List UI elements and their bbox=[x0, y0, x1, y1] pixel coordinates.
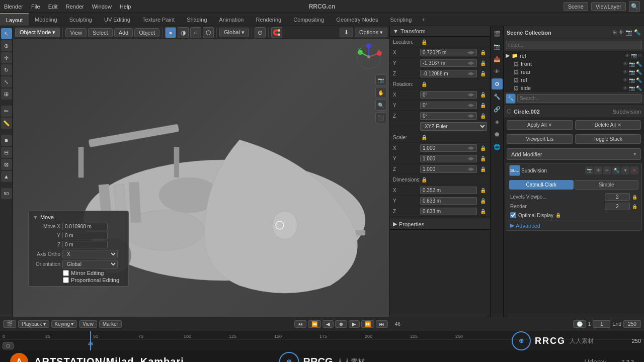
dim-y-lock[interactable]: 🔒 bbox=[479, 197, 487, 205]
jump-end-btn[interactable]: ⏭ bbox=[376, 320, 388, 328]
axis-ortho-select[interactable]: XYZ bbox=[62, 250, 118, 258]
side-camera-btn[interactable]: 📷 bbox=[629, 85, 635, 91]
dim-y-field[interactable]: 0.633 m bbox=[420, 197, 477, 205]
properties-section-header[interactable]: ▶ Properties bbox=[390, 219, 490, 230]
play-stop-btn[interactable]: ⏺ bbox=[335, 320, 347, 328]
tab-uv-editing[interactable]: UV Editing bbox=[98, 13, 136, 26]
mod-down-btn[interactable]: ▼ bbox=[621, 166, 629, 174]
render-val[interactable]: 2 bbox=[605, 203, 630, 210]
scene-icon-btn[interactable]: 🎬 bbox=[3, 320, 16, 328]
object-menu[interactable]: Object bbox=[134, 28, 159, 37]
scale-y-lock[interactable]: 🔒 bbox=[479, 154, 487, 162]
rotation-y-field[interactable]: 0° ◀▶ bbox=[420, 102, 477, 109]
view-menu[interactable]: View bbox=[65, 28, 87, 37]
tab-add[interactable]: + bbox=[418, 15, 429, 24]
select-menu[interactable]: Select bbox=[88, 28, 113, 37]
zoom-view-btn[interactable]: 🔍 bbox=[375, 100, 386, 111]
outliner-item-rear[interactable]: 🖼 rear 👁 📷 🔦 bbox=[504, 68, 644, 76]
scale-z-field[interactable]: 1.000 ◀▶ bbox=[420, 165, 477, 173]
mod-edit-btn[interactable]: ✏ bbox=[603, 166, 611, 174]
mirror-editing-checkbox[interactable] bbox=[63, 270, 69, 276]
menu-edit[interactable]: Edit bbox=[44, 3, 62, 11]
rear-camera-btn[interactable]: 📷 bbox=[629, 69, 635, 75]
move-panel-collapse[interactable]: ▼ bbox=[33, 214, 38, 220]
jump-start-btn[interactable]: ⏮ bbox=[294, 320, 306, 328]
side-eye-btn[interactable]: 👁 bbox=[623, 85, 628, 91]
rp-physics-icon[interactable]: 🔧 bbox=[492, 91, 503, 102]
rotation-z-lock[interactable]: 🔒 bbox=[479, 112, 487, 120]
tool-add-cube[interactable]: ■ bbox=[1, 135, 12, 146]
tool-measure[interactable]: 📏 bbox=[1, 118, 12, 129]
tool-rotate[interactable]: ↻ bbox=[1, 64, 12, 75]
scale-y-arrow[interactable]: ◀▶ bbox=[467, 156, 474, 161]
tab-modeling[interactable]: Modeling bbox=[29, 13, 63, 26]
render-region-btn[interactable]: ⬛ bbox=[375, 112, 386, 123]
tab-scripting[interactable]: Scripting bbox=[384, 13, 418, 26]
move-z-input[interactable] bbox=[62, 241, 108, 248]
tool-loop-cut[interactable]: ⊠ bbox=[1, 159, 12, 170]
play-fwd-btn[interactable]: ▶ bbox=[349, 320, 360, 328]
view-tl-btn[interactable]: View bbox=[79, 320, 97, 328]
menu-help[interactable]: Help bbox=[116, 3, 135, 11]
toggle-stack-btn[interactable]: Toggle Stack bbox=[575, 134, 641, 144]
front-eye-btn[interactable]: 👁 bbox=[623, 61, 628, 67]
rp-data-icon[interactable]: ◈ bbox=[492, 116, 503, 127]
modifier-panel-icon[interactable]: 🔧 bbox=[506, 94, 516, 104]
location-y-lock[interactable]: 🔒 bbox=[479, 59, 487, 67]
tool-select[interactable]: ↖ bbox=[1, 28, 12, 39]
outliner-filter-icon[interactable]: ⊞ bbox=[612, 29, 617, 36]
viewport-list-btn[interactable]: Viewport Lis bbox=[507, 134, 573, 144]
mod-render-btn[interactable]: 🔦 bbox=[612, 166, 620, 174]
rotation-y-lock[interactable]: 🔒 bbox=[479, 101, 487, 109]
rendered-shading-btn[interactable]: ○ bbox=[190, 27, 201, 38]
viewport-3d[interactable]: X Y Z 📷 ✋ 🔍 ⬛ bbox=[13, 39, 389, 317]
add-modifier-btn[interactable]: Add Modifier ▾ bbox=[507, 148, 641, 160]
location-lock[interactable]: 🔒 bbox=[420, 38, 428, 46]
modifier-search-input[interactable] bbox=[517, 94, 642, 103]
optimal-lock[interactable]: 🔒 bbox=[555, 213, 561, 218]
mod-delete-btn[interactable]: ✕ bbox=[630, 166, 638, 174]
scale-x-field[interactable]: 1.000 ◀▶ bbox=[420, 144, 477, 152]
scale-y-field[interactable]: 1.000 ◀▶ bbox=[420, 155, 477, 162]
tool-transform[interactable]: ⊞ bbox=[1, 88, 12, 100]
menu-render[interactable]: Render bbox=[62, 3, 88, 11]
rotation-z-arrow[interactable]: ◀▶ bbox=[467, 113, 474, 118]
tab-texture-paint[interactable]: Texture Paint bbox=[136, 13, 181, 26]
rp-constraint-icon[interactable]: 🔗 bbox=[492, 104, 503, 115]
dim-z-field[interactable]: 0.633 m bbox=[420, 208, 477, 215]
location-x-field[interactable]: 0.72025 m ◀▶ bbox=[420, 49, 477, 56]
global-transform-btn[interactable]: Global ▾ bbox=[219, 28, 249, 37]
snap-btn[interactable]: 🧲 bbox=[271, 27, 282, 38]
outliner-item-ref-collection[interactable]: ▶ 📁 ref 👁 📷 ⊙ bbox=[504, 51, 644, 60]
tab-compositing[interactable]: Compositing bbox=[287, 13, 330, 26]
location-x-lock[interactable]: 🔒 bbox=[479, 48, 487, 56]
playback-dropdown[interactable]: Playback ▾ bbox=[18, 320, 49, 328]
location-y-arrow[interactable]: ◀▶ bbox=[467, 60, 474, 65]
object-mode-btn[interactable]: Object Mode ▾ bbox=[15, 28, 60, 37]
rotation-z-field[interactable]: 0° ◀▶ bbox=[420, 112, 477, 120]
simple-tab[interactable]: Simple bbox=[575, 180, 639, 190]
scale-z-lock[interactable]: 🔒 bbox=[479, 165, 487, 173]
ref-img-camera-btn[interactable]: 📷 bbox=[629, 77, 635, 83]
options-btn[interactable]: Options ▾ bbox=[355, 28, 387, 37]
location-z-lock[interactable]: 🔒 bbox=[479, 69, 487, 77]
camera-perspective-btn[interactable]: 📷 bbox=[375, 74, 386, 85]
tool-annotate[interactable]: ✏ bbox=[1, 106, 12, 117]
outliner-item-side[interactable]: 🖼 side 👁 📷 🔦 bbox=[504, 84, 644, 92]
dim-x-lock[interactable]: 🔒 bbox=[479, 186, 487, 194]
pan-view-btn[interactable]: ✋ bbox=[375, 87, 386, 98]
euler-select[interactable]: XYZ Euler XZY Euler YXZ Euler Quaternion bbox=[420, 122, 487, 131]
rp-output-icon[interactable]: 📤 bbox=[492, 53, 503, 64]
keying-dropdown[interactable]: Keying ▾ bbox=[51, 320, 77, 328]
ref-eye-btn[interactable]: 👁 bbox=[625, 53, 630, 58]
ref-img-eye-btn[interactable]: 👁 bbox=[623, 77, 628, 83]
rp-render-icon[interactable]: 📷 bbox=[492, 41, 503, 52]
rp-material-icon[interactable]: ⬟ bbox=[492, 129, 503, 140]
tool-extrude[interactable]: ▲ bbox=[1, 171, 12, 182]
front-camera-btn[interactable]: 📷 bbox=[629, 61, 635, 67]
mod-eye-btn[interactable]: 👁 bbox=[594, 166, 602, 174]
outliner-item-front[interactable]: 🖼 front 👁 📷 🔦 bbox=[504, 60, 644, 68]
start-frame-val[interactable]: 1 bbox=[593, 320, 610, 328]
tab-layout[interactable]: Layout bbox=[0, 13, 29, 26]
wireframe-shading-btn[interactable]: ⬡ bbox=[203, 27, 214, 38]
